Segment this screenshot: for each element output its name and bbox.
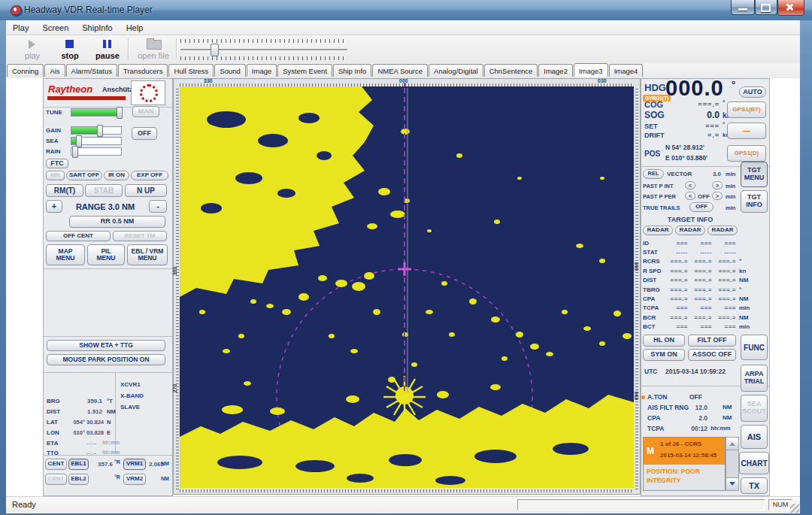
map-menu-button[interactable]: MAP MENU (46, 244, 85, 265)
playback-slider-thumb[interactable] (211, 44, 219, 56)
exp-off-button[interactable]: EXP OFF (131, 171, 168, 180)
resize-grip[interactable] (790, 504, 799, 513)
alarm-scrollbar[interactable] (726, 437, 739, 491)
cent-button[interactable]: CENT (45, 459, 67, 470)
menu-play[interactable]: Play (6, 21, 35, 35)
target-row-unit: ° (736, 258, 757, 265)
scroll-up-button[interactable] (726, 438, 738, 450)
ais-button[interactable]: AIS (741, 425, 768, 449)
pause-button[interactable]: pause (90, 38, 125, 61)
true-trails-off-button[interactable]: OFF (689, 202, 714, 212)
arpa-trial-button[interactable]: ARPA TRIAL (741, 365, 768, 392)
gps1d-button[interactable]: GPS1(D) (727, 145, 766, 162)
tab-image2[interactable]: Image2 (538, 64, 573, 77)
auto-button[interactable]: AUTO (739, 86, 766, 98)
tab-hull-stress[interactable]: Hull Stress (168, 64, 214, 77)
tab-system-event[interactable]: System Event (277, 64, 332, 77)
past-p-int-dec-button[interactable]: < (685, 181, 695, 189)
alarm-list[interactable]: M 1 of 26 - CCRS 2015-03-14 12:58:45 POS… (643, 437, 726, 491)
maximize-button[interactable] (755, 0, 777, 15)
past-p-per-inc-button[interactable]: > (712, 192, 723, 200)
sym-on-button[interactable]: SYM ON (643, 349, 685, 361)
tab-image4[interactable]: Image4 (609, 64, 644, 77)
man-button[interactable]: MAN (132, 106, 159, 117)
ftc-button[interactable]: FTC (46, 159, 68, 168)
sart-off-button[interactable]: SART OFF (66, 171, 102, 180)
tab-nmea-source[interactable]: NMEA Source (372, 64, 428, 77)
tx-button[interactable]: TX (741, 477, 768, 494)
tab-ais[interactable]: Ais (44, 64, 65, 77)
tab-chnsentence[interactable]: ChnSentence (484, 64, 538, 77)
reset-tm-button[interactable]: RESET TM (113, 231, 167, 241)
ebl1-button[interactable]: EBL1 (68, 459, 89, 470)
vrm2-button[interactable]: VRM2 (123, 474, 146, 485)
anschuetz-logo-icon (140, 84, 158, 102)
stab-button[interactable]: STAB (85, 184, 123, 197)
tab-sound[interactable]: Sound (214, 64, 245, 77)
scroll-down-button[interactable] (726, 477, 738, 490)
ebl2-button[interactable]: EBL2 (68, 474, 89, 485)
n-up-button[interactable]: N UP (125, 184, 167, 197)
tgt-info-button[interactable]: TGT INFO (741, 190, 768, 213)
off-button[interactable]: OFF (132, 127, 157, 140)
tab-image3[interactable]: Image3 (574, 63, 608, 77)
aton-label: A.TON (647, 393, 667, 401)
past-p-per-dec-button[interactable]: < (685, 192, 695, 200)
menu-screen[interactable]: Screen (35, 21, 75, 35)
sea-slider[interactable] (71, 137, 122, 145)
mn-button[interactable]: MN (46, 171, 65, 180)
open-file-button[interactable]: open file (132, 38, 174, 61)
cent2-button[interactable]: CENT (45, 474, 67, 485)
assoc-off-button[interactable]: ASSOC OFF (688, 349, 736, 361)
tgt-menu-button[interactable]: TGT MENU (741, 162, 768, 187)
radar-source-button-1[interactable]: RADAR (643, 226, 673, 235)
tune-slider[interactable] (71, 108, 122, 117)
vrm1-button[interactable]: VRM1 (123, 459, 146, 470)
gain-slider[interactable] (71, 126, 122, 135)
tab-alarm-status[interactable]: Alarm/Status (66, 64, 117, 77)
ir-on-button[interactable]: IR ON (104, 171, 129, 180)
radar-source-button-3[interactable]: RADAR (707, 226, 738, 235)
menu-shipinfo[interactable]: ShipInfo (75, 21, 119, 35)
ebl-vrm-menu-button[interactable]: EBL / VRM MENU (127, 244, 168, 265)
title-bar[interactable]: Headway VDR Real-time Player (0, 0, 812, 20)
tab-transducers[interactable]: Transducers (118, 64, 168, 77)
stop-button[interactable]: stop (53, 38, 87, 61)
tab-conning[interactable]: Conning (7, 64, 44, 77)
tab-image[interactable]: Image (247, 64, 277, 77)
slider-ticks-top (180, 39, 347, 43)
tab-ship-info[interactable]: Ship Info (333, 64, 372, 77)
rain-slider[interactable] (71, 147, 122, 156)
range-minus-button[interactable]: - (149, 200, 167, 213)
rel-button[interactable]: REL (643, 169, 664, 179)
rr-button[interactable]: RR 0.5 NM (69, 216, 165, 228)
show-eta-ttg-button[interactable]: SHOW ETA + TTG (47, 340, 165, 351)
radar-source-button-2[interactable]: RADAR (675, 226, 705, 235)
pil-menu-button[interactable]: PIL MENU (87, 244, 125, 265)
mouse-park-button[interactable]: MOUSE PARK POSITION ON (47, 354, 165, 365)
tab-analog-digital[interactable]: Analog/Digital (429, 64, 483, 77)
minimize-button[interactable] (731, 0, 755, 15)
play-button[interactable]: play (15, 38, 50, 61)
drift-source-button[interactable]: — (727, 123, 766, 139)
rm-t-button[interactable]: RM(T) (46, 184, 83, 197)
close-button[interactable] (777, 0, 804, 16)
range-plus-button[interactable]: + (46, 200, 62, 213)
past-p-int-label: PAST P INT (643, 183, 674, 189)
past-p-int-inc-button[interactable]: > (712, 181, 723, 189)
gps1bt-button[interactable]: GPS1(BT) (727, 101, 766, 118)
hl-on-button[interactable]: HL ON (643, 335, 685, 347)
func-button[interactable]: FUNC (741, 335, 768, 360)
target-row-label: TBRG (643, 286, 664, 293)
alarm-active-row[interactable]: M 1 of 26 - CCRS 2015-03-14 12:58:45 (644, 438, 725, 465)
playback-slider[interactable] (180, 49, 347, 51)
utc-label: UTC (644, 368, 657, 375)
menu-help[interactable]: Help (120, 21, 150, 35)
sea-scout-button[interactable]: SEA SCOUT (741, 395, 768, 422)
chart-button[interactable]: CHART (739, 452, 769, 474)
sog-label: SOG (644, 110, 665, 120)
off-cent-button[interactable]: OFF CENT (46, 231, 111, 241)
maximize-icon (761, 4, 771, 12)
radar-ppi[interactable]: 330 000 030 300 270 060 090 (173, 78, 641, 495)
filt-off-button[interactable]: FILT OFF (688, 335, 736, 347)
